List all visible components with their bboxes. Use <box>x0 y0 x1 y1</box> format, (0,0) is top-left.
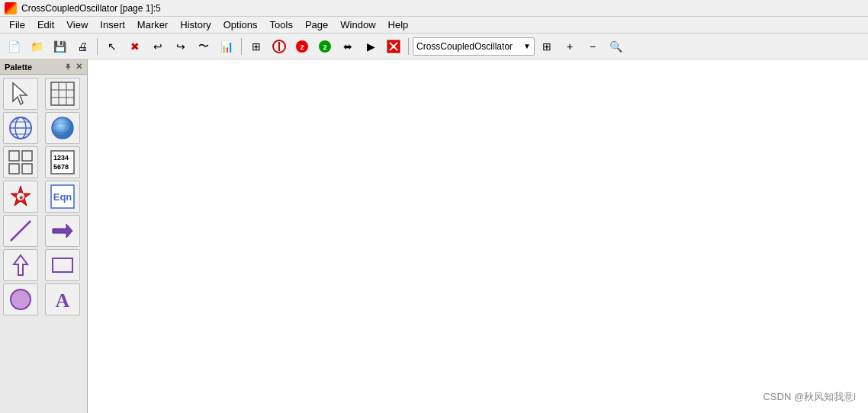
undo-btn[interactable]: ↩ <box>147 37 169 56</box>
number-matrix-tool[interactable]: 1234 5678 <box>45 146 80 178</box>
delete-btn[interactable]: ✖ <box>124 37 146 56</box>
svg-point-38 <box>11 290 31 309</box>
table-tool[interactable] <box>45 78 80 110</box>
menu-item-history[interactable]: History <box>174 18 217 32</box>
menu-item-window[interactable]: Window <box>334 18 381 32</box>
badge-2b-btn[interactable]: 2 <box>314 37 336 56</box>
svg-line-34 <box>11 221 31 241</box>
zoom-fit-btn[interactable]: ⊞ <box>536 37 558 56</box>
app-icon <box>5 2 17 14</box>
toolbar-separator <box>241 38 242 55</box>
select-tool[interactable] <box>3 78 38 110</box>
svg-rect-10 <box>51 82 74 105</box>
menu-item-file[interactable]: File <box>3 18 31 32</box>
up-arrow-tool[interactable] <box>3 249 38 281</box>
title-bar: CrossCoupledOscillator [page 1]:5 <box>0 0 868 17</box>
toolbar-separator <box>408 38 409 55</box>
svg-text:1234: 1234 <box>53 154 69 162</box>
zoom-out-btn[interactable]: − <box>582 37 603 56</box>
select-btn[interactable]: ↖ <box>101 37 123 56</box>
stop-btn[interactable] <box>383 37 404 56</box>
star-red-tool[interactable]: ★ <box>3 181 38 213</box>
menu-item-help[interactable]: Help <box>382 18 415 32</box>
menu-item-marker[interactable]: Marker <box>131 18 174 32</box>
zoom-area-btn[interactable]: 🔍 <box>605 37 626 56</box>
menu-item-options[interactable]: Options <box>217 18 264 32</box>
rectangle-tool[interactable] <box>45 249 80 281</box>
svg-text:2: 2 <box>300 43 304 51</box>
svg-rect-23 <box>22 151 32 161</box>
schematic-dropdown[interactable]: CrossCoupledOscillator▼ <box>413 37 535 56</box>
svg-rect-37 <box>53 258 72 272</box>
curve-btn[interactable]: 〜 <box>193 37 214 56</box>
bus-btn[interactable]: ⬌ <box>337 37 358 56</box>
redo-btn[interactable]: ↪ <box>170 37 191 56</box>
palette-header: Palette 🖈 ✕ <box>0 59 87 75</box>
svg-text:5678: 5678 <box>53 163 69 171</box>
probe-red-btn[interactable] <box>268 37 290 56</box>
svg-marker-9 <box>13 83 27 104</box>
palette-pin-icon[interactable]: 🖈 <box>64 62 72 72</box>
menu-item-page[interactable]: Page <box>299 18 334 32</box>
svg-marker-36 <box>14 255 27 275</box>
palette-close-icon[interactable]: ✕ <box>76 62 82 72</box>
sim-btn[interactable]: ▶ <box>360 37 381 56</box>
menu-item-view[interactable]: View <box>60 18 94 32</box>
svg-marker-35 <box>53 224 72 238</box>
palette-title: Palette <box>5 62 61 72</box>
print-btn[interactable]: 🖨 <box>72 37 93 56</box>
dropdown-arrow: ▼ <box>523 42 531 50</box>
menu-item-tools[interactable]: Tools <box>264 18 299 32</box>
large-grid-tool[interactable] <box>3 146 38 178</box>
badge-2a-btn[interactable]: 2 <box>291 37 313 56</box>
new-btn[interactable]: 📄 <box>3 37 24 56</box>
toolbar: 📄📁💾🖨↖✖↩↪〜📊⊞22⬌▶CrossCoupledOscillator▼⊞+… <box>0 34 868 59</box>
marker-btn[interactable]: 📊 <box>216 37 237 56</box>
sphere-tool[interactable] <box>45 112 80 144</box>
palette-panel: Palette 🖈 ✕ <box>0 59 88 413</box>
svg-rect-24 <box>9 164 19 174</box>
svg-text:A: A <box>55 290 69 312</box>
zoom-in-btn[interactable]: + <box>559 37 580 56</box>
line-tool[interactable] <box>3 215 38 247</box>
filled-arrow-tool[interactable] <box>45 215 80 247</box>
canvas-area[interactable] <box>88 59 868 413</box>
svg-point-20 <box>52 117 73 139</box>
svg-text:★: ★ <box>18 194 24 201</box>
add-net-btn[interactable]: ⊞ <box>246 37 267 56</box>
window-title: CrossCoupledOscillator [page 1]:5 <box>21 3 161 14</box>
svg-text:Eqn: Eqn <box>53 191 72 203</box>
open-btn[interactable]: 📁 <box>26 37 47 56</box>
circle-tool[interactable] <box>3 283 38 315</box>
svg-rect-25 <box>22 164 32 174</box>
menu-bar: FileEditViewInsertMarkerHistoryOptionsTo… <box>0 17 868 34</box>
menu-item-insert[interactable]: Insert <box>94 18 131 32</box>
toolbar-separator <box>97 38 98 55</box>
menu-item-edit[interactable]: Edit <box>31 18 60 32</box>
svg-rect-22 <box>9 151 19 161</box>
equation-tool[interactable]: Eqn <box>45 181 80 213</box>
globe-tool[interactable] <box>3 112 38 144</box>
svg-text:2: 2 <box>323 43 326 51</box>
main-area: Palette 🖈 ✕ <box>0 59 868 413</box>
dropdown-value: CrossCoupledOscillator <box>416 41 513 52</box>
palette-grid: 1234 5678 ★ Eqn A <box>0 75 87 319</box>
save-btn[interactable]: 💾 <box>49 37 70 56</box>
text-tool[interactable]: A <box>45 283 80 315</box>
